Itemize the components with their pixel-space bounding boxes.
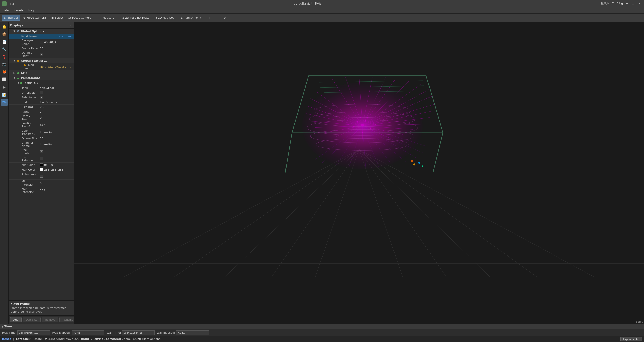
reset-link[interactable]: Reset: [2, 337, 11, 341]
global-status-fixed-frame-row[interactable]: ● Fixed Frame No tf data. Actual err...: [9, 63, 74, 70]
global-status-row[interactable]: ▼ ● Global Status: ...: [9, 58, 74, 63]
maximize-icon[interactable]: □: [631, 2, 635, 5]
pc2-status-arrow[interactable]: ▼: [17, 82, 20, 84]
channel-name-label: Channel Name: [9, 141, 39, 148]
queue-size-row[interactable]: Queue Size 10: [9, 136, 74, 141]
left-icon-blank[interactable]: ⬜: [1, 76, 8, 83]
2d-pose-icon: ⊕: [122, 16, 124, 20]
fixed-frame-value: livox_frame: [56, 35, 74, 38]
interact-icon: ⊕: [4, 16, 6, 20]
measure-label: Measure: [102, 16, 114, 19]
max-color-row[interactable]: Max Color 255; 255; 255: [9, 167, 74, 172]
window-title: default.rviz* - RViz: [294, 2, 321, 5]
topic-row[interactable]: Topic /livox/lidar: [9, 86, 74, 90]
default-light-row[interactable]: Default Light: [9, 51, 74, 58]
toolbar-2d-pose[interactable]: ⊕ 2D Pose Estimate: [119, 15, 152, 21]
left-icon-rviz[interactable]: RViz: [1, 99, 8, 106]
toolbar-publish-point[interactable]: ◈ Publish Point: [178, 15, 204, 21]
left-icon-play[interactable]: ▶: [1, 83, 8, 91]
toolbar: ⊕ Interact ✥ Move Camera ▣ Select ◎ Focu…: [0, 14, 644, 22]
toolbar-focus-camera[interactable]: ◎ Focus Camera: [66, 15, 94, 21]
unreliable-checkbox[interactable]: [40, 91, 43, 94]
background-color-row[interactable]: Background Color 48; 48; 48: [9, 39, 74, 46]
wall-time-input[interactable]: 1664010554.15: [122, 330, 155, 335]
global-options-icon: ⚙: [16, 30, 20, 33]
global-status-arrow[interactable]: ▼: [13, 59, 16, 62]
frame-rate-row[interactable]: Frame Rate 30: [9, 46, 74, 51]
left-icon-docs[interactable]: 📄: [1, 38, 8, 45]
experimental-button[interactable]: Experimental: [620, 337, 642, 341]
pointcloud2-row[interactable]: ▼ ☁ PointCloud2: [9, 75, 74, 80]
remove-button[interactable]: Remove: [42, 317, 58, 322]
grid-row[interactable]: ▶ ● Grid: [9, 70, 74, 75]
use-rainbow-row[interactable]: Use rainbow: [9, 148, 74, 155]
color-transform-row[interactable]: Color Transfor... Intensity: [9, 129, 74, 136]
wall-elapsed-field: Wall Elapsed: 71.31: [157, 330, 209, 335]
add-button[interactable]: Add: [10, 317, 22, 322]
time-header[interactable]: ▼ Time: [0, 324, 644, 329]
toolbar-select[interactable]: ▣ Select: [49, 15, 65, 21]
channel-name-row[interactable]: Channel Name intensity: [9, 141, 74, 148]
size-row[interactable]: Size (m) 0.01: [9, 105, 74, 109]
decay-time-row[interactable]: Decay Time 0: [9, 114, 74, 121]
default-light-checkbox[interactable]: [40, 53, 43, 56]
displays-tree[interactable]: ▼ ⚙ Global Options Fixed Frame livox_fra…: [9, 29, 74, 300]
min-color-row[interactable]: Min Color 0; 0; 0: [9, 163, 74, 167]
toolbar-zoom-fit[interactable]: ⊙: [221, 15, 228, 20]
time-expand-arrow[interactable]: ▼: [2, 325, 3, 328]
duplicate-button[interactable]: Duplicate: [23, 317, 41, 322]
focus-camera-label: Focus Camera: [72, 16, 92, 19]
pointcloud2-arrow[interactable]: ▼: [13, 77, 16, 79]
left-icon-help[interactable]: ❓: [1, 53, 8, 60]
autocompute-intensity-checkbox[interactable]: [40, 175, 43, 178]
selectable-row[interactable]: Selectable: [9, 95, 74, 100]
toolbar-zoom-in[interactable]: +: [206, 15, 213, 20]
minimize-icon[interactable]: ─: [625, 2, 629, 5]
pointcloud2-status-row[interactable]: ▼ ● Status: Ok: [9, 80, 74, 86]
max-intensity-row[interactable]: Max Intensity 153: [9, 187, 74, 194]
invert-rainbow-row[interactable]: Invert Rainbow: [9, 155, 74, 163]
toolbar-measure[interactable]: ⊟ Measure: [97, 15, 117, 21]
use-rainbow-checkbox[interactable]: [40, 150, 43, 153]
ros-time-label: ROS Time:: [2, 331, 16, 334]
toolbar-move-camera[interactable]: ✥ Move Camera: [21, 15, 48, 21]
global-options-row[interactable]: ▼ ⚙ Global Options: [9, 29, 74, 34]
autocompute-intensity-row[interactable]: Autocompute I...: [9, 172, 74, 180]
displays-close-button[interactable]: ✕: [69, 24, 72, 27]
toolbar-interact[interactable]: ⊕ Interact: [2, 15, 20, 21]
close-icon[interactable]: ✕: [638, 2, 642, 5]
invert-rainbow-checkbox[interactable]: [40, 157, 43, 160]
gs-fixed-frame-label: ● Fixed Frame: [9, 63, 39, 70]
left-icon-packages[interactable]: 📦: [1, 31, 8, 38]
style-row[interactable]: Style Flat Squares: [9, 100, 74, 105]
ros-time-input[interactable]: 1664010554.12: [17, 330, 50, 335]
grid-arrow[interactable]: ▶: [13, 72, 16, 74]
left-icon-settings[interactable]: 🔧: [1, 46, 8, 53]
topbar-left: rviz: [2, 1, 14, 6]
ros-elapsed-input[interactable]: 71.41: [72, 330, 104, 335]
selectable-checkbox[interactable]: [40, 96, 43, 99]
unreliable-row[interactable]: Unreliable: [9, 90, 74, 95]
alpha-row[interactable]: Alpha 1: [9, 109, 74, 114]
gs-fixed-frame-dot: ●: [24, 64, 26, 66]
left-icon-firefox[interactable]: 🦊: [1, 68, 8, 75]
menu-file[interactable]: File: [1, 8, 11, 13]
menu-panels[interactable]: Panels: [11, 8, 26, 13]
viewport[interactable]: 31fps: [74, 22, 644, 324]
min-intensity-row[interactable]: Min Intensity 0: [9, 180, 74, 187]
left-icon-notifications[interactable]: 🔔: [1, 23, 8, 30]
fixed-frame-label: Fixed Frame: [20, 35, 56, 38]
left-icon-notes[interactable]: 📝: [1, 91, 8, 98]
background-color-label: Background Color: [9, 39, 39, 46]
toolbar-zoom-out[interactable]: −: [214, 15, 221, 20]
max-intensity-label: Max Intensity: [9, 187, 39, 194]
menu-help[interactable]: Help: [26, 8, 38, 13]
global-options-arrow[interactable]: ▼: [13, 30, 16, 32]
left-icon-camera[interactable]: 📷: [1, 61, 8, 68]
wall-elapsed-input[interactable]: 71.31: [176, 330, 209, 335]
displays-title: Displays: [10, 24, 23, 27]
fixed-frame-row[interactable]: Fixed Frame livox_frame: [9, 34, 74, 39]
toolbar-2d-nav-goal[interactable]: ⊕ 2D Nav Goal: [152, 15, 177, 21]
panel-resize-handle[interactable]: [642, 22, 644, 324]
position-transform-row[interactable]: Position Transf... XYZ: [9, 121, 74, 129]
